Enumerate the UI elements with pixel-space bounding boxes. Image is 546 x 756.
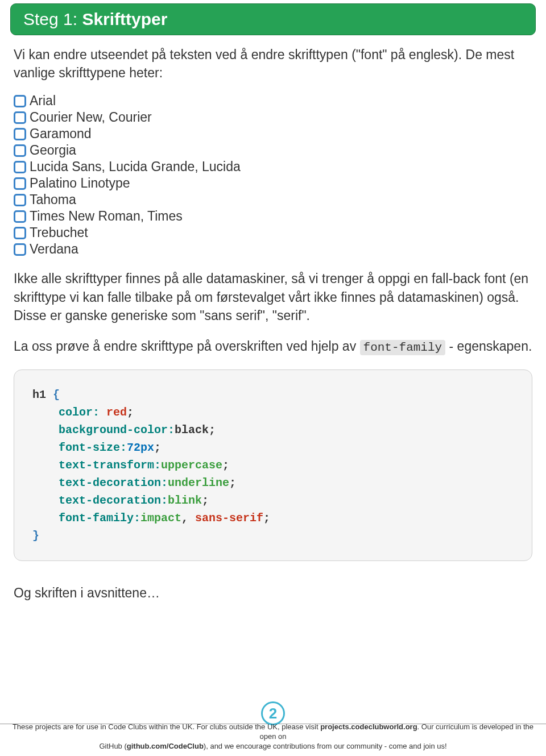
list-item: Arial — [14, 93, 532, 109]
checkbox-icon[interactable] — [14, 227, 26, 239]
font-checklist: ArialCourier New, CourierGaramondGeorgia… — [14, 93, 532, 257]
font-name: Arial — [30, 93, 56, 109]
list-item: Times New Roman, Times — [14, 209, 532, 224]
code-open-brace: { — [53, 388, 60, 401]
footer-l2a: GitHub ( — [99, 742, 126, 750]
font-name: Garamond — [30, 126, 92, 142]
step-header: Steg 1: Skrifttyper — [10, 3, 536, 35]
list-item: Courier New, Courier — [14, 110, 532, 125]
list-item: Trebuchet — [14, 225, 532, 240]
checkbox-icon[interactable] — [14, 144, 26, 157]
list-item: Georgia — [14, 143, 532, 158]
list-item: Garamond — [14, 126, 532, 142]
checkbox-icon[interactable] — [14, 111, 26, 124]
closing-paragraph: Og skriften i avsnittene… — [14, 584, 532, 602]
font-name: Trebuchet — [30, 225, 88, 240]
checkbox-icon[interactable] — [14, 177, 26, 190]
font-name: Lucida Sans, Lucida Grande, Lucida — [30, 159, 241, 175]
font-name: Palatino Linotype — [30, 176, 130, 191]
font-name: Times New Roman, Times — [30, 209, 183, 224]
code-close-brace: } — [32, 529, 39, 542]
checkbox-icon[interactable] — [14, 95, 26, 107]
font-family-paragraph: La oss prøve å endre skrifttype på overs… — [14, 337, 532, 356]
page-number: 2 — [269, 705, 277, 722]
para2-suffix: - egenskapen. — [445, 339, 532, 354]
list-item: Palatino Linotype — [14, 176, 532, 191]
step-prefix: Steg 1: — [23, 10, 82, 28]
code-line: text-transform:uppercase; — [32, 456, 514, 474]
list-item: Verdana — [14, 242, 532, 257]
footer-l1a: These projects are for use in Code Clubs… — [13, 722, 320, 731]
para2-prefix: La oss prøve å endre skrifttype på overs… — [14, 339, 360, 354]
font-name: Verdana — [30, 242, 78, 257]
checkbox-icon[interactable] — [14, 194, 26, 206]
font-name: Georgia — [30, 143, 76, 158]
list-item: Lucida Sans, Lucida Grande, Lucida — [14, 159, 532, 175]
inline-code-font-family: font-family — [360, 340, 446, 355]
code-line: text-decoration:underline; — [32, 474, 514, 492]
checkbox-icon[interactable] — [14, 161, 26, 173]
checkbox-icon[interactable] — [14, 128, 26, 140]
code-line: font-size:72px; — [32, 439, 514, 456]
footer-text: These projects are for use in Code Clubs… — [0, 722, 546, 751]
footer-link-2: github.com/CodeClub — [127, 742, 204, 750]
code-line: color: red; — [32, 404, 514, 421]
code-line: text-decoration:blink; — [32, 492, 514, 509]
code-line: background-color:black; — [32, 421, 514, 439]
intro-paragraph: Vi kan endre utseendet på teksten ved å … — [14, 45, 532, 82]
footer-l2c: ), and we encourage contributions from o… — [204, 742, 447, 750]
checkbox-icon[interactable] — [14, 210, 26, 223]
page-number-badge: 2 — [261, 701, 285, 725]
step-title: Skrifttyper — [82, 10, 167, 28]
font-name: Tahoma — [30, 192, 76, 207]
checkbox-icon[interactable] — [14, 243, 26, 256]
code-selector: h1 — [32, 388, 46, 401]
code-line: font-family:impact, sans-serif; — [32, 509, 514, 527]
code-block: h1 { color: red;background-color:black;f… — [14, 369, 532, 561]
list-item: Tahoma — [14, 192, 532, 207]
fallback-paragraph: Ikke alle skrifttyper finnes på alle dat… — [14, 269, 532, 325]
font-name: Courier New, Courier — [30, 110, 152, 125]
footer-link-1: projects.codeclubworld.org — [320, 722, 417, 731]
